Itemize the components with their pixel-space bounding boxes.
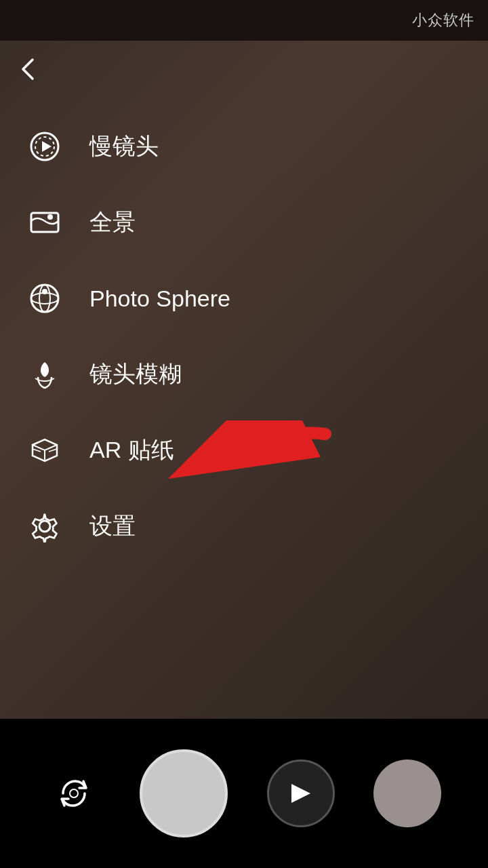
svg-point-6 <box>31 293 58 304</box>
slow-motion-icon <box>27 129 62 164</box>
menu-item-slow-motion[interactable]: 慢镜头 <box>0 108 271 184</box>
menu-item-panorama[interactable]: 全景 <box>0 184 271 260</box>
ar-sticker-icon <box>27 433 62 468</box>
svg-point-10 <box>39 521 50 532</box>
menu-item-lens-blur[interactable]: 镜头模糊 <box>0 336 271 412</box>
ar-sticker-label: AR 贴纸 <box>89 435 174 466</box>
video-button[interactable] <box>267 760 335 827</box>
panorama-icon <box>27 205 62 240</box>
lens-blur-icon <box>27 357 62 392</box>
menu-item-settings[interactable]: 设置 <box>0 488 271 564</box>
menu-item-photo-sphere[interactable]: Photo Sphere <box>0 260 271 336</box>
svg-point-8 <box>42 289 47 294</box>
photo-sphere-icon <box>27 281 62 316</box>
status-bar: 小众软件 <box>0 0 488 41</box>
menu-item-ar-sticker[interactable]: AR 贴纸 <box>0 412 271 488</box>
gallery-thumbnail[interactable] <box>373 760 441 827</box>
back-button[interactable] <box>14 54 43 90</box>
svg-point-12 <box>70 789 78 797</box>
shutter-button[interactable] <box>140 749 228 837</box>
settings-label: 设置 <box>89 511 136 542</box>
lens-blur-label: 镜头模糊 <box>89 359 182 390</box>
svg-point-4 <box>47 214 53 220</box>
camera-view: 慢镜头 全景 Photo Sp <box>0 41 488 719</box>
menu-list: 慢镜头 全景 Photo Sp <box>0 108 271 564</box>
camera-controls <box>0 719 488 868</box>
flip-camera-button[interactable] <box>47 766 101 821</box>
panorama-label: 全景 <box>89 207 136 238</box>
svg-marker-13 <box>291 784 310 803</box>
settings-icon <box>27 509 62 544</box>
watermark: 小众软件 <box>412 10 474 31</box>
svg-marker-2 <box>42 141 52 152</box>
svg-rect-3 <box>31 213 58 232</box>
slow-motion-label: 慢镜头 <box>89 131 159 162</box>
photo-sphere-label: Photo Sphere <box>89 285 230 312</box>
